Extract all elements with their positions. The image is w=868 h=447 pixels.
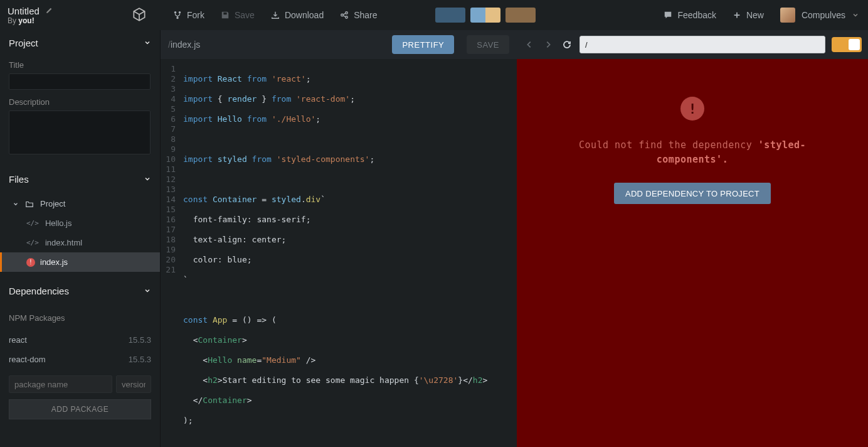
author-name: you! [18, 16, 34, 25]
chevron-down-icon [13, 201, 19, 207]
save-button[interactable]: Save [221, 10, 255, 20]
tree-root-label: Project [40, 199, 65, 208]
description-label: Description [9, 97, 151, 107]
prettify-button[interactable]: PRETTIFY [392, 35, 454, 54]
section-project-header[interactable]: Project [0, 30, 160, 55]
editor-tabbar: /index.js PRETTIFY SAVE [161, 30, 517, 59]
section-project-title: Project [9, 38, 38, 48]
editor-panel: /index.js PRETTIFY SAVE 1234567891011121… [161, 30, 517, 447]
error-icon: ! [680, 97, 704, 121]
topbar-right: Feedback New Compulves [664, 8, 868, 23]
file-index-js[interactable]: ! index.js [0, 252, 160, 272]
share-label: Share [354, 10, 377, 20]
theme-swatches [435, 8, 536, 23]
tab-file: index.js [171, 40, 200, 50]
file-hello[interactable]: </> Hello.js [0, 213, 160, 233]
editor-tab[interactable]: /index.js [168, 40, 200, 50]
section-deps-title: Dependencies [9, 286, 69, 296]
description-input[interactable] [9, 110, 151, 154]
file-label: index.js [40, 257, 68, 267]
back-button[interactable] [523, 38, 536, 51]
swatch-b[interactable] [470, 8, 500, 23]
refresh-button[interactable] [561, 38, 573, 51]
code-icon: </> [26, 239, 39, 247]
add-package-button[interactable]: ADD PACKAGE [9, 399, 151, 419]
new-button[interactable]: New [733, 10, 764, 20]
edit-icon[interactable] [45, 7, 53, 15]
username: Compulves [802, 10, 845, 20]
file-label: Hello.js [45, 218, 72, 228]
project-section-body: Title Description [0, 55, 160, 166]
folder-icon [25, 200, 34, 208]
section-files-title: Files [9, 174, 29, 185]
chevron-down-icon [144, 39, 151, 46]
tree-root[interactable]: Project [0, 194, 160, 213]
chevron-down-icon [852, 11, 859, 19]
error-message: Could not find the dependency 'styled-co… [561, 138, 824, 166]
logo-icon[interactable] [128, 4, 151, 26]
fork-label: Fork [187, 10, 204, 20]
package-name-input[interactable] [9, 375, 112, 393]
code-icon: </> [26, 219, 39, 227]
main: Project Title Description Files Project … [0, 30, 868, 447]
add-dependency-button[interactable]: ADD DEPENDENCY TO PROJECT [614, 183, 771, 204]
download-label: Download [285, 10, 324, 20]
deps-body: NPM Packages react 15.5.3 react-dom 15.5… [0, 303, 160, 424]
svg-point-4 [346, 12, 348, 14]
package-version-input[interactable] [116, 375, 151, 393]
dep-row[interactable]: react 15.5.3 [9, 330, 151, 350]
file-tree: Project </> Hello.js </> index.html ! in… [0, 191, 160, 278]
feedback-button[interactable]: Feedback [664, 10, 716, 20]
avatar [780, 8, 795, 23]
preview-url-input[interactable] [580, 36, 825, 53]
chevron-down-icon [144, 287, 151, 294]
code-body[interactable]: import React from 'react'; import { rend… [179, 59, 517, 447]
chevron-down-icon [144, 175, 151, 183]
topbar-left: Untitled By you! [0, 0, 161, 30]
dep-row[interactable]: react-dom 15.5.3 [9, 350, 151, 369]
save-label: Save [235, 10, 255, 20]
fork-button[interactable]: Fork [173, 10, 204, 20]
preview-panel: ! Could not find the dependency 'styled-… [517, 30, 868, 447]
preview-toggle[interactable] [832, 37, 862, 52]
swatch-a[interactable] [435, 8, 465, 23]
error-prefix: Could not find the dependency [579, 139, 758, 151]
project-title: Untitled [8, 6, 40, 16]
section-files-header[interactable]: Files [0, 166, 160, 191]
line-gutter: 123456789101112131415161718192021 [161, 59, 179, 447]
user-menu[interactable]: Compulves [780, 8, 859, 23]
topbar: Untitled By you! Fork Save Download [0, 0, 868, 30]
feedback-label: Feedback [677, 10, 716, 20]
share-button[interactable]: Share [340, 10, 377, 20]
title-label: Title [9, 60, 151, 70]
svg-point-2 [176, 17, 179, 19]
code-editor[interactable]: 123456789101112131415161718192021 import… [161, 59, 517, 447]
svg-point-0 [174, 11, 177, 14]
dep-name: react [9, 335, 27, 345]
dep-version: 15.5.3 [129, 355, 151, 364]
topbar-actions: Fork Save Download Share [161, 10, 378, 20]
dep-version: 15.5.3 [129, 335, 151, 345]
file-index-html[interactable]: </> index.html [0, 233, 160, 252]
error-suffix: . [722, 154, 729, 165]
file-label: index.html [45, 238, 82, 247]
npm-label: NPM Packages [9, 313, 151, 323]
download-button[interactable]: Download [271, 10, 324, 20]
project-title-block: Untitled By you! [8, 6, 128, 25]
editor-save-button[interactable]: SAVE [467, 35, 509, 54]
error-badge-icon: ! [26, 258, 35, 267]
svg-point-1 [179, 11, 181, 14]
swatch-c[interactable] [505, 8, 536, 23]
title-input[interactable] [9, 73, 151, 90]
dep-name: react-dom [9, 355, 46, 364]
project-author: By you! [8, 16, 128, 25]
preview-toolbar [517, 30, 868, 59]
forward-button[interactable] [542, 38, 554, 51]
svg-point-3 [341, 14, 344, 16]
sidebar: Project Title Description Files Project … [0, 30, 161, 447]
svg-point-5 [346, 16, 348, 19]
author-prefix: By [8, 16, 18, 25]
preview-body: ! Could not find the dependency 'styled-… [517, 59, 868, 447]
new-label: New [746, 10, 764, 20]
section-deps-header[interactable]: Dependencies [0, 278, 160, 303]
